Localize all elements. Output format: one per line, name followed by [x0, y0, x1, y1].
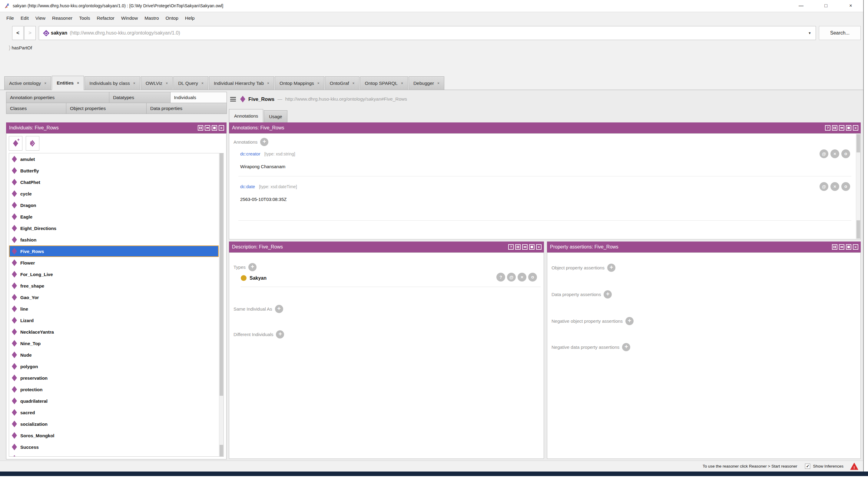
- list-item[interactable]: Nude: [9, 349, 223, 361]
- list-item[interactable]: Butterfly: [9, 165, 223, 176]
- tab-individuals-by-class[interactable]: Individuals by class×: [85, 77, 140, 90]
- annotate-icon[interactable]: [819, 182, 828, 191]
- add-data-property-assertion-button[interactable]: [603, 290, 612, 299]
- list-item[interactable]: ChatPhet: [9, 176, 223, 188]
- subtab-annotation-properties[interactable]: Annotation properties: [6, 92, 109, 103]
- split-horizontal-icon[interactable]: [839, 125, 844, 130]
- list-item[interactable]: fashion: [9, 234, 223, 245]
- tab-ontop-mappings[interactable]: Ontop Mappings×: [275, 77, 324, 90]
- annotation-property-name[interactable]: dc:date: [240, 184, 255, 189]
- show-inferences-checkbox[interactable]: ✓: [805, 463, 810, 469]
- menu-refactor[interactable]: Refactor: [93, 16, 118, 21]
- tab-close-icon[interactable]: ×: [77, 81, 79, 85]
- tab-close-icon[interactable]: ×: [437, 81, 439, 86]
- delete-icon[interactable]: [831, 149, 839, 158]
- delete-icon[interactable]: [831, 182, 839, 191]
- list-item[interactable]: NecklaceYantra: [9, 326, 223, 337]
- tab-close-icon[interactable]: ×: [44, 81, 46, 86]
- add-different-individual-button[interactable]: [276, 330, 284, 338]
- float-icon[interactable]: [846, 125, 851, 130]
- split-horizontal-icon[interactable]: [205, 125, 210, 130]
- menu-edit[interactable]: Edit: [17, 16, 32, 21]
- scrollbar-thumb[interactable]: [857, 134, 860, 152]
- list-item[interactable]: Success: [9, 441, 223, 453]
- add-same-individual-button[interactable]: [275, 305, 283, 313]
- float-icon[interactable]: [212, 125, 217, 130]
- tab-ontop-sparql[interactable]: Ontop SPARQL×: [360, 77, 408, 90]
- split-horizontal-icon[interactable]: [839, 244, 844, 250]
- split-vertical-icon[interactable]: [832, 125, 837, 130]
- split-horizontal-icon[interactable]: [522, 244, 528, 250]
- add-object-property-assertion-button[interactable]: [607, 264, 615, 272]
- tab-individual-hierarchy[interactable]: Individual Hierarchy Tab×: [209, 77, 274, 90]
- menu-hamburger-icon[interactable]: [230, 97, 236, 101]
- float-icon[interactable]: [529, 244, 534, 250]
- annotate-icon[interactable]: [507, 273, 516, 281]
- close-button[interactable]: ×: [847, 3, 854, 8]
- close-icon[interactable]: [853, 125, 858, 130]
- list-item[interactable]: free_shape: [9, 280, 223, 292]
- help-icon[interactable]: [825, 125, 831, 130]
- search-button[interactable]: Search...: [819, 26, 861, 40]
- add-annotation-button[interactable]: [260, 138, 268, 146]
- menu-ontop[interactable]: Ontop: [162, 16, 182, 21]
- tab-active-ontology[interactable]: Active ontology×: [4, 77, 51, 90]
- delete-individual-button[interactable]: [26, 136, 39, 151]
- subtab-object-properties[interactable]: Object properties: [66, 103, 147, 114]
- edit-icon[interactable]: [841, 182, 850, 191]
- list-item[interactable]: socialization: [9, 418, 223, 430]
- list-item[interactable]: Eight_Directions: [9, 222, 223, 234]
- help-icon[interactable]: [508, 244, 514, 250]
- list-item[interactable]: Eagle: [9, 211, 223, 222]
- list-item[interactable]: preservation: [9, 372, 223, 384]
- annotations-scrollbar[interactable]: [856, 133, 861, 239]
- edit-icon[interactable]: [528, 273, 537, 281]
- menu-file[interactable]: File: [3, 16, 17, 21]
- split-vertical-icon[interactable]: [198, 125, 203, 130]
- maximize-button[interactable]: □: [823, 3, 829, 8]
- forward-button[interactable]: >: [24, 26, 36, 40]
- list-item[interactable]: protection: [9, 384, 223, 395]
- list-item[interactable]: Soros_Mongkol: [9, 430, 223, 441]
- tab-usage[interactable]: Usage: [264, 110, 287, 122]
- add-type-button[interactable]: [248, 263, 256, 271]
- list-item[interactable]: Nine_Top: [9, 337, 223, 349]
- tab-ontograf[interactable]: OntoGraf×: [325, 77, 360, 90]
- add-individual-button[interactable]: +: [9, 136, 23, 151]
- subtab-classes[interactable]: Classes: [6, 103, 66, 114]
- menu-help[interactable]: Help: [182, 16, 198, 21]
- warning-icon[interactable]: [850, 463, 858, 470]
- tab-annotations[interactable]: Annotations: [229, 109, 263, 122]
- list-item[interactable]: For_Long_Live: [9, 269, 223, 280]
- list-item[interactable]: amulet: [9, 153, 223, 165]
- subtab-data-properties[interactable]: Data properties: [146, 103, 227, 114]
- add-negative-data-property-assertion-button[interactable]: [622, 343, 630, 351]
- breadcrumb-label[interactable]: hasPartOf: [11, 45, 32, 50]
- scrollbar-button[interactable]: [220, 445, 223, 456]
- edit-icon[interactable]: [841, 149, 850, 158]
- close-icon[interactable]: [853, 244, 858, 250]
- menu-tools[interactable]: Tools: [76, 16, 93, 21]
- scrollbar-button[interactable]: [857, 220, 860, 239]
- delete-icon[interactable]: [518, 273, 526, 281]
- menu-mastro[interactable]: Mastro: [141, 16, 162, 21]
- annotation-property-name[interactable]: dc:creator: [240, 151, 260, 156]
- subtab-individuals[interactable]: Individuals: [170, 92, 227, 103]
- chevron-down-icon[interactable]: ▼: [808, 31, 811, 35]
- subtab-datatypes[interactable]: Datatypes: [109, 92, 170, 103]
- split-vertical-icon[interactable]: [832, 244, 837, 250]
- tab-debugger[interactable]: Debugger×: [408, 77, 444, 90]
- list-item[interactable]: Gao_Yor: [9, 292, 223, 303]
- tab-close-icon[interactable]: ×: [133, 81, 135, 86]
- split-vertical-icon[interactable]: [515, 244, 521, 250]
- list-item[interactable]: Tattoo_needle: [9, 453, 223, 457]
- tab-close-icon[interactable]: ×: [202, 81, 204, 86]
- list-item[interactable]: Dragon: [9, 200, 223, 211]
- float-icon[interactable]: [846, 244, 851, 250]
- add-negative-object-property-assertion-button[interactable]: [625, 317, 633, 325]
- menu-window[interactable]: Window: [118, 16, 141, 21]
- list-item[interactable]: sacred: [9, 407, 223, 418]
- close-icon[interactable]: [536, 244, 541, 250]
- list-item[interactable]: quadrilateral: [9, 395, 223, 407]
- tab-entities[interactable]: Entities×: [52, 76, 84, 90]
